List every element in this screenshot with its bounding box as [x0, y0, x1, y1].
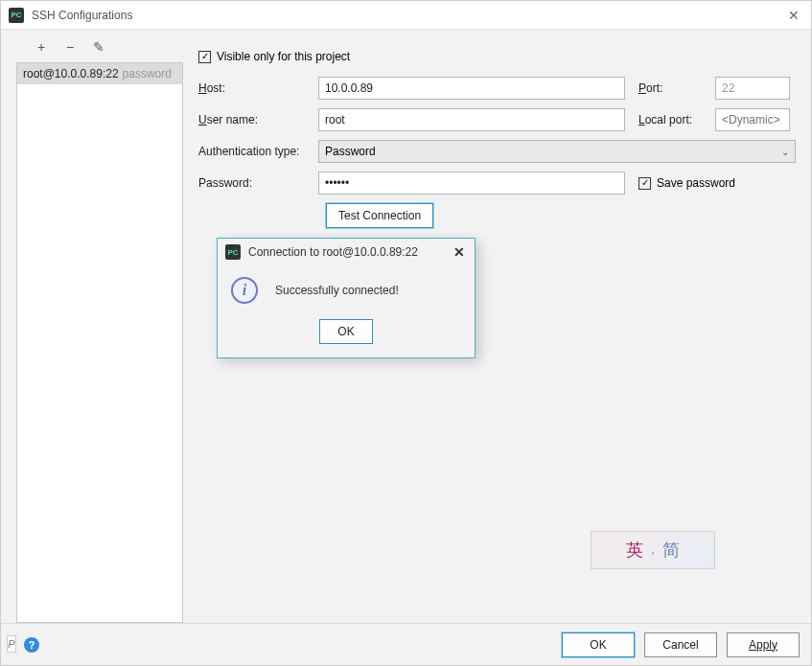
dialog-close-icon[interactable]: ✕ [452, 244, 467, 260]
password-row: Password: ✓ Save password [198, 172, 796, 195]
visible-only-checkbox[interactable]: ✓ [198, 51, 211, 63]
add-icon[interactable]: + [34, 39, 49, 55]
footer-buttons: OK Cancel Apply [562, 632, 800, 657]
sidebar-panel: + − ✎ root@10.0.0.89:22password [1, 37, 183, 623]
app-icon: PC [9, 8, 24, 23]
auth-label: Authentication type: [198, 145, 318, 158]
dialog-title: Connection to root@10.0.0.89:22 [248, 245, 452, 259]
ime-lang-b: 简 [662, 539, 680, 562]
host-label: Host: [198, 81, 318, 95]
remove-icon[interactable]: − [62, 39, 78, 55]
edit-icon[interactable]: ✎ [91, 39, 106, 55]
auth-row: Authentication type: Password ⌄ [198, 140, 796, 163]
visible-only-row: ✓ Visible only for this project [198, 45, 796, 68]
dialog-ok-button[interactable]: OK [319, 319, 373, 344]
config-item-label: root@10.0.0.89:22 [23, 67, 119, 80]
host-row: Host: Port: [198, 77, 796, 100]
save-password-checkbox[interactable]: ✓ [638, 177, 651, 190]
visible-only-label: Visible only for this project [217, 50, 350, 63]
connection-result-dialog: PC Connection to root@10.0.0.89:22 ✕ i S… [217, 238, 476, 358]
config-list: root@10.0.0.89:22password [16, 62, 183, 623]
port-label: Port: [638, 81, 715, 95]
user-row: User name: Local port: [198, 108, 796, 131]
info-icon: i [231, 277, 258, 304]
dialog-titlebar: PC Connection to root@10.0.0.89:22 ✕ [218, 239, 475, 265]
ssh-config-window: PC SSH Configurations ✕ + − ✎ root@10.0.… [0, 0, 812, 666]
port-input[interactable] [715, 77, 790, 100]
window-title: SSH Configurations [32, 9, 784, 22]
test-connection-button[interactable]: Test Connection [326, 203, 433, 228]
dialog-body: i Successfully connected! [218, 265, 475, 311]
titlebar: PC SSH Configurations ✕ [1, 1, 811, 30]
dialog-app-icon: PC [225, 244, 241, 260]
dialog-footer: OK [218, 311, 475, 357]
password-input[interactable] [318, 172, 625, 195]
close-icon[interactable]: ✕ [784, 8, 803, 23]
auth-type-select[interactable]: Password ⌄ [318, 140, 796, 163]
ime-lang-a: 英 [626, 539, 643, 562]
chevron-down-icon: ⌄ [781, 147, 789, 157]
cancel-button[interactable]: Cancel [644, 632, 717, 657]
localport-input[interactable] [715, 108, 790, 131]
save-password-label: Save password [657, 176, 735, 190]
config-item-suffix: password [123, 67, 172, 80]
test-row: Test Connection [198, 203, 796, 228]
auth-type-value: Password [325, 145, 376, 158]
user-input[interactable] [318, 108, 625, 131]
ime-indicator[interactable]: 英 , 简 [591, 531, 715, 569]
host-input[interactable] [318, 77, 625, 100]
localport-label: Local port: [638, 113, 715, 126]
apply-button[interactable]: Apply [727, 632, 800, 657]
ok-button[interactable]: OK [562, 632, 635, 657]
ime-sep: , [651, 542, 655, 558]
dialog-footer: P ? OK Cancel Apply [1, 623, 811, 665]
sidebar-toolbar: + − ✎ [16, 37, 183, 60]
help-icon[interactable]: ? [24, 637, 39, 653]
dialog-message: Successfully connected! [275, 284, 399, 297]
config-list-item[interactable]: root@10.0.0.89:22password [17, 63, 182, 84]
user-label: User name: [198, 113, 318, 126]
p-badge: P [7, 635, 16, 653]
password-label: Password: [198, 176, 318, 190]
save-password-wrap: ✓ Save password [638, 176, 735, 190]
